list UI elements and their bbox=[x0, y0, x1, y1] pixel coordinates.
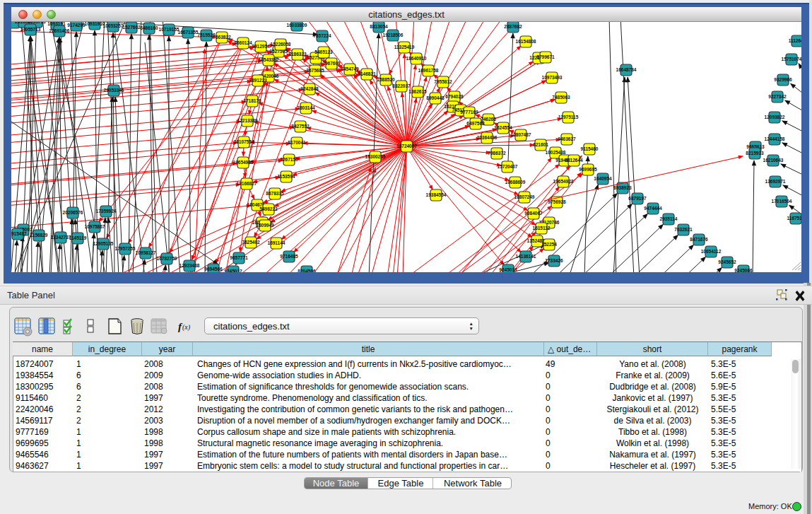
svg-text:10958127: 10958127 bbox=[136, 250, 156, 255]
svg-text:10807487: 10807487 bbox=[511, 132, 531, 137]
svg-text:8813054: 8813054 bbox=[370, 24, 388, 29]
svg-text:9245033: 9245033 bbox=[499, 267, 517, 272]
svg-text:1145119: 1145119 bbox=[69, 235, 87, 240]
svg-text:16782759: 16782759 bbox=[157, 256, 177, 261]
svg-text:10719155: 10719155 bbox=[159, 27, 180, 32]
svg-text:16154808: 16154808 bbox=[516, 39, 536, 44]
svg-text:12213389: 12213389 bbox=[237, 118, 258, 123]
svg-text:1588520: 1588520 bbox=[377, 77, 395, 82]
svg-text:8186323: 8186323 bbox=[288, 52, 307, 57]
svg-text:1640954: 1640954 bbox=[594, 176, 612, 181]
svg-text:29053346: 29053346 bbox=[104, 88, 124, 93]
svg-text:7857224: 7857224 bbox=[313, 33, 331, 38]
svg-text:8170041: 8170041 bbox=[288, 140, 306, 145]
svg-text:6794028: 6794028 bbox=[445, 94, 464, 99]
svg-text:1609949: 1609949 bbox=[256, 223, 274, 228]
svg-text:8215933: 8215933 bbox=[746, 151, 764, 156]
svg-text:16648784: 16648784 bbox=[616, 67, 637, 72]
svg-text:20206576: 20206576 bbox=[63, 210, 83, 215]
svg-text:19166827: 19166827 bbox=[237, 181, 257, 186]
svg-text:9812644: 9812644 bbox=[565, 158, 583, 163]
svg-text:16671355: 16671355 bbox=[178, 30, 199, 35]
svg-text:10688609: 10688609 bbox=[505, 180, 526, 185]
svg-text:15751074: 15751074 bbox=[782, 57, 801, 62]
svg-text:19218506: 19218506 bbox=[383, 33, 404, 37]
svg-text:9146821: 9146821 bbox=[358, 71, 376, 76]
svg-text:9699695: 9699695 bbox=[579, 167, 597, 172]
svg-text:8912954: 8912954 bbox=[252, 44, 270, 49]
svg-text:14055713: 14055713 bbox=[20, 27, 41, 32]
svg-text:9716485: 9716485 bbox=[280, 254, 298, 259]
svg-text:7485063: 7485063 bbox=[552, 95, 570, 100]
svg-text:2803144: 2803144 bbox=[297, 105, 315, 110]
svg-text:10654112: 10654112 bbox=[701, 249, 722, 254]
svg-text:9474444: 9474444 bbox=[644, 206, 662, 211]
svg-text:1615112: 1615112 bbox=[533, 226, 551, 230]
svg-text:18724007: 18724007 bbox=[396, 144, 417, 148]
svg-text:10973493: 10973493 bbox=[542, 75, 563, 80]
svg-text:1153594: 1153594 bbox=[278, 174, 295, 179]
svg-text:16210643: 16210643 bbox=[763, 158, 784, 163]
svg-text:8660124: 8660124 bbox=[234, 40, 252, 45]
svg-text:8322037: 8322037 bbox=[392, 83, 411, 88]
svg-text:3675685: 3675685 bbox=[306, 68, 324, 73]
svg-text:9174299: 9174299 bbox=[67, 23, 86, 28]
svg-text:2887682: 2887682 bbox=[504, 24, 522, 29]
svg-text:9777169: 9777169 bbox=[460, 110, 478, 115]
svg-text:1733426: 1733426 bbox=[545, 258, 563, 263]
svg-text:16033809: 16033809 bbox=[287, 23, 307, 28]
svg-text:17359924: 17359924 bbox=[96, 209, 117, 214]
svg-text:10931910: 10931910 bbox=[85, 22, 105, 26]
svg-text:1167533: 1167533 bbox=[787, 216, 801, 221]
svg-text:19654923: 19654923 bbox=[553, 179, 574, 184]
svg-text:7986372: 7986372 bbox=[488, 151, 506, 156]
svg-text:2935114: 2935114 bbox=[660, 216, 678, 221]
svg-text:8799671: 8799671 bbox=[536, 54, 555, 59]
svg-text:(x): (x) bbox=[182, 323, 191, 332]
svg-text:18300295: 18300295 bbox=[365, 154, 386, 159]
svg-text:13692971: 13692971 bbox=[765, 179, 786, 184]
svg-text:12905135: 12905135 bbox=[93, 241, 114, 246]
svg-text:7663822: 7663822 bbox=[213, 35, 231, 40]
svg-text:12093822: 12093822 bbox=[765, 115, 785, 119]
svg-text:8454749: 8454749 bbox=[341, 66, 359, 71]
svg-text:9694566: 9694566 bbox=[204, 267, 223, 271]
svg-text:8427552: 8427552 bbox=[291, 124, 310, 129]
svg-text:14136141: 14136141 bbox=[516, 254, 536, 259]
svg-text:16543382: 16543382 bbox=[259, 57, 279, 62]
svg-text:9084067: 9084067 bbox=[524, 211, 543, 216]
svg-text:8938923: 8938923 bbox=[613, 185, 632, 190]
svg-text:7625402: 7625402 bbox=[242, 240, 260, 245]
svg-text:12342737: 12342737 bbox=[51, 235, 71, 240]
svg-text:9245012: 9245012 bbox=[224, 269, 242, 272]
svg-text:18807249: 18807249 bbox=[514, 194, 535, 199]
svg-text:15226058: 15226058 bbox=[271, 42, 291, 47]
svg-text:9242848: 9242848 bbox=[300, 86, 319, 91]
svg-text:9245652: 9245652 bbox=[718, 259, 736, 264]
svg-text:11325419: 11325419 bbox=[394, 45, 415, 49]
svg-text:9463627: 9463627 bbox=[558, 136, 576, 141]
svg-text:16107554: 16107554 bbox=[234, 139, 254, 144]
svg-text:19654985: 19654985 bbox=[233, 160, 254, 165]
svg-text:9245066: 9245066 bbox=[734, 268, 753, 272]
svg-text:12975115: 12975115 bbox=[558, 115, 579, 119]
svg-text:9891223: 9891223 bbox=[249, 78, 267, 83]
svg-text:9756928: 9756928 bbox=[548, 199, 566, 204]
svg-text:9227342: 9227342 bbox=[768, 94, 787, 99]
svg-text:3624554: 3624554 bbox=[494, 125, 512, 130]
svg-text:8204506: 8204506 bbox=[298, 269, 316, 272]
svg-text:16961758: 16961758 bbox=[418, 68, 439, 73]
svg-text:6879197: 6879197 bbox=[628, 196, 647, 201]
svg-text:9329966: 9329966 bbox=[774, 77, 792, 82]
svg-text:12444158: 12444158 bbox=[765, 136, 785, 141]
svg-text:10975867: 10975867 bbox=[85, 224, 105, 229]
svg-text:621601: 621601 bbox=[533, 142, 548, 147]
svg-text:10653257: 10653257 bbox=[103, 23, 124, 28]
svg-text:20364436: 20364436 bbox=[477, 135, 498, 140]
svg-text:1112643: 1112643 bbox=[789, 38, 801, 43]
svg-text:2718176: 2718176 bbox=[243, 98, 261, 103]
svg-text:12923488: 12923488 bbox=[180, 263, 200, 268]
svg-text:6466160: 6466160 bbox=[140, 25, 158, 30]
svg-text:19384554: 19384554 bbox=[426, 192, 447, 197]
svg-text:1156829: 1156829 bbox=[30, 233, 48, 238]
